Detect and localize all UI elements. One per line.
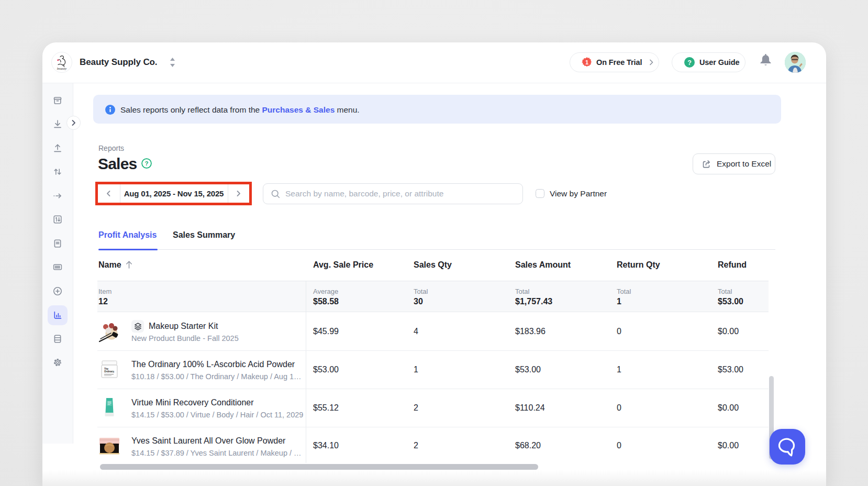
svg-text:Ordinary.: Ordinary.	[104, 370, 115, 373]
svg-text:?: ?	[144, 160, 148, 167]
svg-text:beauty: beauty	[57, 67, 68, 71]
svg-text:1: 1	[585, 59, 588, 65]
svg-text:?: ?	[687, 59, 692, 67]
